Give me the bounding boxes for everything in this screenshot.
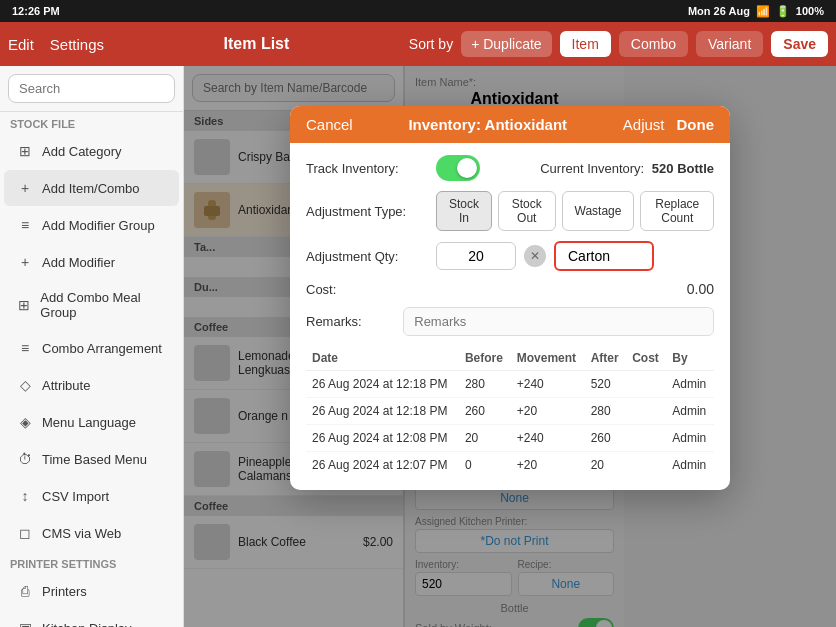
printer-icon: ⎙ — [16, 582, 34, 600]
cell-after: 260 — [585, 425, 626, 452]
wifi-icon: 📶 — [756, 5, 770, 18]
nav-settings[interactable]: Settings — [50, 36, 104, 53]
ci-label: Current Inventory: — [540, 161, 644, 176]
cell-cost — [626, 371, 666, 398]
tab-variant[interactable]: Variant — [696, 31, 763, 57]
status-bar: 12:26 PM Mon 26 Aug 📶 🔋 100% — [0, 0, 836, 22]
sidebar-label-csv: CSV Import — [42, 489, 109, 504]
cell-cost — [626, 398, 666, 425]
cell-movement: +20 — [511, 452, 585, 479]
table-row: 26 Aug 2024 at 12:18 PM 260 +20 280 Admi… — [306, 398, 714, 425]
sidebar-label-modifier: Add Modifier — [42, 255, 115, 270]
qty-input[interactable] — [436, 242, 516, 270]
ci-value: 520 Bottle — [652, 161, 714, 176]
sidebar-item-add-modifier[interactable]: + Add Modifier — [4, 244, 179, 280]
main-layout: STOCK FILE ⊞ Add Category + Add Item/Com… — [0, 66, 836, 627]
track-inventory-toggle[interactable] — [436, 155, 480, 181]
nav-edit[interactable]: Edit — [8, 36, 34, 53]
sidebar-item-add-modifier-group[interactable]: ≡ Add Modifier Group — [4, 207, 179, 243]
sidebar-label-time-menu: Time Based Menu — [42, 452, 147, 467]
cell-by: Admin — [666, 371, 714, 398]
modal-cancel-button[interactable]: Cancel — [306, 116, 353, 133]
sidebar-label-printers: Printers — [42, 584, 87, 599]
col-movement: Movement — [511, 346, 585, 371]
sidebar-item-csv-import[interactable]: ↕ CSV Import — [4, 478, 179, 514]
tab-combo[interactable]: Combo — [619, 31, 688, 57]
battery-icon: 🔋 — [776, 5, 790, 18]
col-cost: Cost — [626, 346, 666, 371]
time-icon: ⏱ — [16, 450, 34, 468]
sidebar-item-cms[interactable]: ◻ CMS via Web — [4, 515, 179, 551]
status-time: 12:26 PM — [12, 5, 60, 17]
modal-overlay[interactable]: Cancel Inventory: Antioxidant Adjust Don… — [184, 66, 836, 627]
tab-item[interactable]: Item — [560, 31, 611, 57]
qty-clear-button[interactable]: ✕ — [524, 245, 546, 267]
battery-level: 100% — [796, 5, 824, 17]
sidebar-label-cms: CMS via Web — [42, 526, 121, 541]
modal-done-button[interactable]: Done — [677, 116, 715, 133]
modal-title: Inventory: Antioxidant — [408, 116, 567, 133]
type-btn-replace-count[interactable]: Replace Count — [640, 191, 714, 231]
track-inventory-label: Track Inventory: — [306, 161, 436, 176]
type-btn-wastage[interactable]: Wastage — [562, 191, 635, 231]
table-row: 26 Aug 2024 at 12:08 PM 20 +240 260 Admi… — [306, 425, 714, 452]
display-icon: ▣ — [16, 619, 34, 627]
sidebar-item-menu-language[interactable]: ◈ Menu Language — [4, 404, 179, 440]
cell-by: Admin — [666, 425, 714, 452]
plus2-icon: + — [16, 253, 34, 271]
cell-date: 26 Aug 2024 at 12:08 PM — [306, 425, 459, 452]
cms-icon: ◻ — [16, 524, 34, 542]
cell-by: Admin — [666, 398, 714, 425]
sidebar-item-attribute[interactable]: ◇ Attribute — [4, 367, 179, 403]
sidebar-item-add-item-combo[interactable]: + Add Item/Combo — [4, 170, 179, 206]
sidebar-label-combo-meal: Add Combo Meal Group — [40, 290, 167, 320]
remarks-row: Remarks: — [306, 307, 714, 336]
sidebar-label-menu-lang: Menu Language — [42, 415, 136, 430]
sidebar-search-area — [0, 66, 183, 112]
sidebar-label-add-category: Add Category — [42, 144, 122, 159]
modal-header: Cancel Inventory: Antioxidant Adjust Don… — [290, 106, 730, 143]
type-button-group: Stock In Stock Out Wastage Replace Count — [436, 191, 714, 231]
cell-movement: +240 — [511, 425, 585, 452]
nav-title: Item List — [224, 35, 290, 52]
remarks-input[interactable] — [403, 307, 714, 336]
sidebar-item-combo-arrangement[interactable]: ≡ Combo Arrangement — [4, 330, 179, 366]
modal-body: Track Inventory: Current Inventory: 520 … — [290, 143, 730, 490]
save-button[interactable]: Save — [771, 31, 828, 57]
unit-input[interactable] — [554, 241, 654, 271]
sort-by-label: Sort by — [409, 36, 453, 52]
status-date: Mon 26 Aug — [688, 5, 750, 17]
type-btn-stock-in[interactable]: Stock In — [436, 191, 492, 231]
sidebar-item-combo-meal-group[interactable]: ⊞ Add Combo Meal Group — [4, 281, 179, 329]
cell-after: 20 — [585, 452, 626, 479]
sidebar-label-kitchen-display: Kitchen Display — [42, 621, 132, 628]
diamond-icon: ◇ — [16, 376, 34, 394]
sidebar-item-kitchen-display[interactable]: ▣ Kitchen Display — [4, 610, 179, 627]
toggle-knob — [457, 158, 477, 178]
sidebar-item-printers[interactable]: ⎙ Printers — [4, 573, 179, 609]
cost-row: Cost: 0.00 — [306, 281, 714, 297]
adjustment-type-label: Adjustment Type: — [306, 204, 436, 219]
inventory-modal: Cancel Inventory: Antioxidant Adjust Don… — [290, 106, 730, 490]
modal-adjust-button[interactable]: Adjust — [623, 116, 665, 133]
sidebar: STOCK FILE ⊞ Add Category + Add Item/Com… — [0, 66, 184, 627]
cell-movement: +240 — [511, 371, 585, 398]
plus-icon: + — [16, 179, 34, 197]
sidebar-item-time-based-menu[interactable]: ⏱ Time Based Menu — [4, 441, 179, 477]
cell-movement: +20 — [511, 398, 585, 425]
cell-before: 260 — [459, 398, 511, 425]
globe-icon: ◈ — [16, 413, 34, 431]
type-btn-stock-out[interactable]: Stock Out — [498, 191, 556, 231]
duplicate-button[interactable]: + Duplicate — [461, 31, 551, 57]
cell-after: 520 — [585, 371, 626, 398]
col-by: By — [666, 346, 714, 371]
remarks-label: Remarks: — [306, 314, 403, 329]
sidebar-item-add-category[interactable]: ⊞ Add Category — [4, 133, 179, 169]
sidebar-label-add-item: Add Item/Combo — [42, 181, 140, 196]
cell-before: 0 — [459, 452, 511, 479]
table-row: 26 Aug 2024 at 12:18 PM 280 +240 520 Adm… — [306, 371, 714, 398]
sidebar-label-combo-arr: Combo Arrangement — [42, 341, 162, 356]
sidebar-search-input[interactable] — [8, 74, 175, 103]
sidebar-section-stock: STOCK FILE — [0, 112, 183, 132]
cell-date: 26 Aug 2024 at 12:07 PM — [306, 452, 459, 479]
